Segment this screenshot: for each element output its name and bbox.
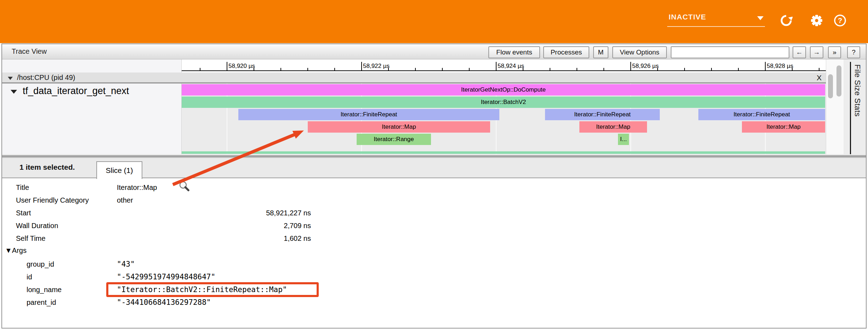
trace-slice[interactable]: Iterator::Map <box>308 121 490 133</box>
process-name: /host:CPU (pid 49) <box>17 74 75 82</box>
status-dropdown-value: INACTIVE <box>669 13 706 21</box>
process-expander-icon[interactable] <box>8 77 13 80</box>
arg-key: long_name <box>27 283 62 296</box>
detail-value: 2,709 ns <box>117 219 311 232</box>
toolbar-button--[interactable]: → <box>810 46 823 58</box>
detail-label: Title <box>16 181 29 194</box>
svg-text:?: ? <box>838 17 842 24</box>
detail-row: Self Time1,602 ns <box>2 232 866 245</box>
settings-gear-icon[interactable] <box>810 14 823 27</box>
detail-label: Wall Duration <box>16 219 58 232</box>
arg-row-long_name: long_name"Iterator::BatchV2::FiniteRepea… <box>2 283 866 296</box>
arg-row-id: id"-5429951974994848647" <box>2 271 866 283</box>
vertical-scrollbar-thumb[interactable] <box>836 65 841 97</box>
trace-slice[interactable] <box>182 151 825 154</box>
arg-row-parent_id: parent_id"-344106684136297288" <box>2 296 866 309</box>
arg-value: "43" <box>117 258 135 271</box>
analysis-tab-bar: 1 item selected. Slice (1) <box>2 158 866 178</box>
trace-slice[interactable]: Iterator::Map <box>742 121 825 133</box>
arg-key: parent_id <box>27 296 56 309</box>
trace-slice[interactable]: Iterator::Range <box>357 134 431 145</box>
detail-row: User Friendly Categoryother <box>2 194 866 207</box>
detail-label: Self Time <box>16 232 45 245</box>
toolbar-button--[interactable]: ← <box>793 46 806 58</box>
magnifier-icon[interactable] <box>178 181 191 193</box>
dropdown-caret-icon[interactable] <box>757 16 764 20</box>
sidebar-divider <box>850 62 851 154</box>
trace-toolbar: Trace View Flow eventsProcessesMView Opt… <box>2 44 866 59</box>
toolbar-button-flow-events[interactable]: Flow events <box>488 46 540 58</box>
trace-slice[interactable]: Iterator::FiniteRepeat <box>238 109 499 120</box>
detail-value: 1,602 ns <box>117 232 311 245</box>
detail-label: User Friendly Category <box>16 194 89 207</box>
arg-value: "Iterator::BatchV2::FiniteRepeat::Map" <box>117 283 287 296</box>
slice-detail-panel: TitleIterator::MapUser Friendly Category… <box>2 178 866 328</box>
trace-slice[interactable]: Iterator::FiniteRepeat <box>698 109 825 120</box>
arg-key: id <box>27 271 32 283</box>
thread-row: tf_data_iterator_get_next <box>2 85 182 100</box>
thread-expander-icon[interactable] <box>11 90 17 94</box>
detail-value: 58,921,227 ns <box>117 207 311 219</box>
refresh-icon[interactable] <box>780 14 793 27</box>
selection-status: 1 item selected. <box>19 163 75 172</box>
trace-slice[interactable]: Iterator::BatchV2 <box>182 97 825 108</box>
detail-row: Start58,921,227 ns <box>2 207 866 219</box>
toolbar-button--[interactable]: » <box>828 46 841 58</box>
vertical-scrollbar-thumb[interactable] <box>828 74 833 98</box>
arg-value: "-5429951974994848647" <box>117 271 215 283</box>
trace-view-title: Trace View <box>12 47 47 56</box>
panel-splitter[interactable] <box>2 154 866 158</box>
toolbar-button-view-options[interactable]: View Options <box>612 46 667 58</box>
app-header: INACTIVE ? <box>0 0 868 43</box>
arg-value: "-344106684136297288" <box>117 296 211 309</box>
toolbar-button-processes[interactable]: Processes <box>543 46 589 58</box>
trace-slice[interactable]: Iterator::Map <box>579 121 647 133</box>
tab-slice[interactable]: Slice (1) <box>96 161 142 179</box>
thread-name: tf_data_iterator_get_next <box>23 86 129 97</box>
help-icon[interactable]: ? <box>834 14 846 27</box>
search-input[interactable] <box>671 46 789 58</box>
toolbar-button-m[interactable]: M <box>593 46 608 58</box>
detail-value: other <box>117 194 133 207</box>
detail-value: Iterator::Map <box>117 181 157 194</box>
detail-label: Start <box>16 207 31 219</box>
trace-slice[interactable]: Iterator::FiniteRepeat <box>545 109 660 120</box>
file-size-stats-label: File Size Stats <box>853 64 862 117</box>
arg-row-group_id: group_id"43" <box>2 258 866 271</box>
toolbar-button--[interactable]: ? <box>847 46 860 58</box>
timeline-scroll-gutter <box>826 59 844 154</box>
detail-row: Wall Duration2,709 ns <box>2 219 866 232</box>
status-dropdown-underline <box>667 26 765 27</box>
file-size-stats-tab[interactable]: File Size Stats <box>844 59 866 154</box>
args-expander[interactable]: ▼Args <box>5 244 27 257</box>
status-dropdown[interactable]: INACTIVE <box>666 11 766 27</box>
trace-slice[interactable]: I... <box>618 134 629 145</box>
trace-slices-canvas: IteratorGetNextOp::DoComputeIterator::Ba… <box>182 59 826 154</box>
trace-slice[interactable]: IteratorGetNextOp::DoCompute <box>182 84 825 95</box>
arg-key: group_id <box>27 258 54 271</box>
detail-row: TitleIterator::Map <box>2 181 866 194</box>
